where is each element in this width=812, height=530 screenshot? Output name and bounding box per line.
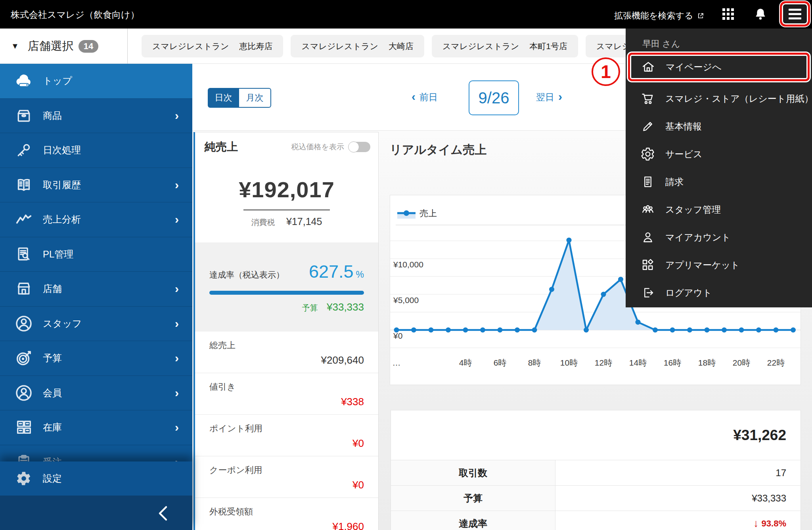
menu-item-スタッフ管理[interactable]: スタッフ管理 <box>626 196 812 223</box>
sidebar-item-トップ[interactable]: トップ <box>0 64 192 99</box>
hamburger-menu-button[interactable] <box>780 1 810 27</box>
chevron-right-icon: › <box>175 352 179 364</box>
menu-item-label: マイページへ <box>666 61 722 73</box>
menu-item-マイページへ[interactable]: マイページへ <box>628 53 810 81</box>
achievement-label: 達成率（税込表示） <box>209 269 284 280</box>
sidebar-item-settings[interactable]: 設定 <box>0 461 192 496</box>
store-tab[interactable]: スマレジレストラン本町1号店 <box>432 35 578 57</box>
sales-row-ポイント利用: ポイント利用 ¥0 <box>195 415 378 456</box>
store-tab[interactable]: スマレジレストラン恵比寿店 <box>142 35 283 57</box>
sidebar-item-label: 店舗 <box>43 282 62 295</box>
next-day-button[interactable]: 翌日 › <box>536 91 562 103</box>
sidebar-item-売上分析[interactable]: 売上分析 › <box>0 202 192 237</box>
store-tab[interactable]: スマレジレストラン大崎店 <box>291 35 424 57</box>
step-number: 1 <box>601 61 611 82</box>
sidebar-collapse-button[interactable] <box>0 496 192 530</box>
svg-text:8時: 8時 <box>528 358 541 367</box>
summary-total-amount: ¥31,262 <box>391 410 801 460</box>
trend-icon <box>14 210 33 229</box>
cloud-icon <box>14 71 33 90</box>
apps-grid-icon[interactable] <box>722 8 735 21</box>
svg-text:20時: 20時 <box>733 358 750 367</box>
store-selector-label: 店舗選択 <box>28 38 74 54</box>
svg-text:¥0: ¥0 <box>393 331 402 340</box>
sidebar-item-PL管理[interactable]: PL管理 <box>0 237 192 272</box>
sidebar-item-会員[interactable]: 会員 › <box>0 376 192 411</box>
sidebar-item-label: 取引履歴 <box>43 179 81 191</box>
notifications-bell-icon[interactable] <box>753 7 768 23</box>
extensions-search-link[interactable]: 拡張機能を検索する <box>614 10 704 22</box>
key-icon <box>14 141 33 160</box>
sidebar-item-取引履歴[interactable]: 取引履歴 › <box>0 168 192 203</box>
summary-row-value: ↓93.8% <box>555 511 801 530</box>
chevron-right-icon: › <box>558 91 562 103</box>
menu-item-マイアカウント[interactable]: マイアカウント <box>626 223 812 251</box>
chevron-right-icon: › <box>175 283 179 295</box>
sidebar: トップ 商品 › 日次処理 取引履歴 › 売上分析 › <box>0 64 192 530</box>
top-bar: 株式会社スマレジ（飲食向け） 拡張機能を検索する <box>0 0 812 29</box>
chevron-right-icon: › <box>175 387 179 399</box>
menu-item-label: アプリマーケット <box>665 259 740 271</box>
chevron-right-icon: › <box>175 421 179 433</box>
sidebar-item-予算[interactable]: 予算 › <box>0 341 192 376</box>
monthly-tab[interactable]: 月次 <box>239 88 271 108</box>
hamburger-icon <box>789 9 801 11</box>
menu-item-ログアウト[interactable]: ログアウト <box>626 279 812 307</box>
realtime-sales-title: リアルタイム売上 <box>390 142 486 158</box>
tax-display-toggle[interactable] <box>349 142 370 152</box>
prev-day-button[interactable]: ‹ 前日 <box>412 91 438 103</box>
sidebar-item-label: トップ <box>43 74 72 87</box>
sidebar-item-label: 売上分析 <box>43 213 81 226</box>
svg-text:16時: 16時 <box>664 358 681 367</box>
sidebar-item-label: 日次処理 <box>43 144 81 156</box>
menu-item-サービス[interactable]: サービス <box>626 140 812 168</box>
drawers-icon <box>14 418 33 437</box>
menu-item-スマレジ・ストア（レシート用紙）[interactable]: スマレジ・ストア（レシート用紙） <box>626 85 812 112</box>
app-market-icon <box>641 258 655 272</box>
book-icon <box>14 175 33 194</box>
sidebar-item-日次処理[interactable]: 日次処理 <box>0 133 192 168</box>
sales-row-value: ¥338 <box>341 396 364 408</box>
store-selector[interactable]: ▼ 店舗選択 14 <box>0 29 128 64</box>
summary-row-予算: 予算 ¥33,333 <box>391 486 801 511</box>
chevron-right-icon: › <box>175 179 179 191</box>
sidebar-item-店舗[interactable]: 店舗 › <box>0 272 192 307</box>
user-name: 早田 さん <box>626 29 812 50</box>
sidebar-bottom: 設定 <box>0 461 192 530</box>
achievement-progress-bar <box>209 291 364 295</box>
menu-item-基本情報[interactable]: 基本情報 <box>626 112 812 140</box>
person-circle-icon <box>14 314 33 333</box>
sidebar-item-商品[interactable]: 商品 › <box>0 99 192 133</box>
sales-row-value: ¥1,960 <box>332 520 364 530</box>
tax-label: 消費税 <box>251 218 275 227</box>
store-count-badge: 14 <box>79 40 98 53</box>
sidebar-item-label: 予算 <box>43 352 62 364</box>
svg-text:¥10,000: ¥10,000 <box>393 260 423 269</box>
svg-text:22時: 22時 <box>767 358 785 367</box>
menu-item-label: 請求 <box>665 176 684 188</box>
net-sales-title: 純売上 <box>205 139 238 154</box>
daily-tab[interactable]: 日次 <box>208 88 239 108</box>
caret-down-icon: ▼ <box>11 42 19 51</box>
sidebar-item-label: PL管理 <box>43 248 73 261</box>
menu-item-アプリマーケット[interactable]: アプリマーケット <box>626 251 812 279</box>
summary-table-panel: ¥31,262 取引数 17予算 ¥33,333達成率 ↓93.8% <box>391 410 801 530</box>
sidebar-item-在庫[interactable]: 在庫 › <box>0 410 192 445</box>
chevron-right-icon: › <box>175 214 179 225</box>
menu-item-label: スマレジ・ストア（レシート用紙） <box>665 93 812 105</box>
net-sales-amount: ¥192,017 <box>195 177 378 202</box>
consumption-tax-line: 消費税 ¥17,145 <box>195 216 378 228</box>
sidebar-item-スタッフ[interactable]: スタッフ › <box>0 307 192 341</box>
sidebar-item-label: 商品 <box>43 109 62 122</box>
menu-item-請求[interactable]: 請求 <box>626 168 812 196</box>
staff-group-icon <box>641 202 655 217</box>
date-picker[interactable]: 9/26 <box>469 80 519 115</box>
store-branch: 大崎店 <box>389 41 414 52</box>
period-toggle: 日次 月次 <box>208 88 271 108</box>
budget-label: 予算 <box>302 303 318 312</box>
sales-row-クーポン利用: クーポン利用 ¥0 <box>195 456 378 498</box>
sidebar-item-label: 在庫 <box>43 421 62 434</box>
svg-text:18時: 18時 <box>698 358 716 367</box>
user-dropdown-menu: 早田 さん マイページへ スマレジ・ストア（レシート用紙） 基本情報 サービス … <box>626 29 812 307</box>
summary-rows: 取引数 17予算 ¥33,333達成率 ↓93.8% <box>391 460 801 530</box>
